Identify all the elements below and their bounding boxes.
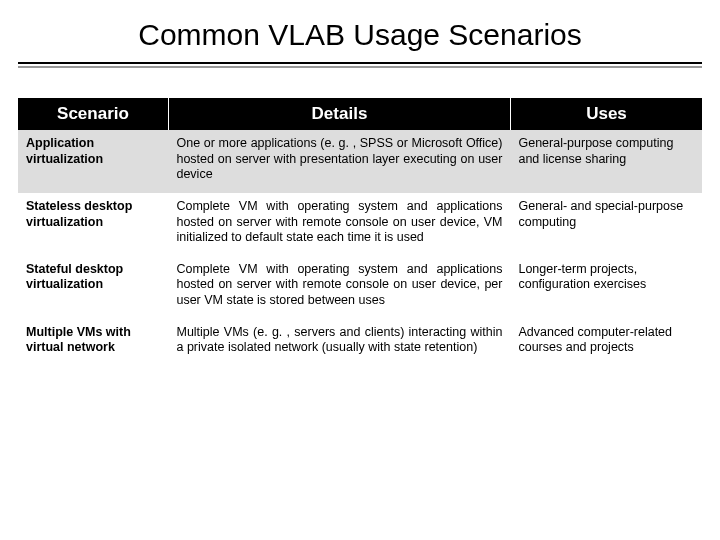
scenarios-table: Scenario Details Uses Application virtua…	[18, 98, 702, 366]
slide-title: Common VLAB Usage Scenarios	[0, 0, 720, 62]
table-row: Stateful desktop virtualization Complete…	[18, 256, 702, 319]
title-divider	[18, 62, 702, 68]
cell-details: Complete VM with operating system and ap…	[168, 256, 510, 319]
cell-details: Multiple VMs (e. g. , servers and client…	[168, 319, 510, 366]
cell-details: Complete VM with operating system and ap…	[168, 193, 510, 256]
cell-scenario: Stateless desktop virtualization	[18, 193, 168, 256]
cell-scenario: Multiple VMs with virtual network	[18, 319, 168, 366]
cell-uses: Advanced computer-related courses and pr…	[510, 319, 702, 366]
cell-scenario: Application virtualization	[18, 130, 168, 193]
header-uses: Uses	[510, 98, 702, 130]
header-scenario: Scenario	[18, 98, 168, 130]
cell-uses: Longer-term projects, configuration exer…	[510, 256, 702, 319]
table-row: Application virtualization One or more a…	[18, 130, 702, 193]
cell-details: One or more applications (e. g. , SPSS o…	[168, 130, 510, 193]
cell-uses: General- and special-purpose computing	[510, 193, 702, 256]
scenarios-table-wrap: Scenario Details Uses Application virtua…	[18, 98, 702, 366]
table-row: Multiple VMs with virtual network Multip…	[18, 319, 702, 366]
header-details: Details	[168, 98, 510, 130]
cell-scenario: Stateful desktop virtualization	[18, 256, 168, 319]
table-header-row: Scenario Details Uses	[18, 98, 702, 130]
cell-uses: General-purpose computing and license sh…	[510, 130, 702, 193]
table-row: Stateless desktop virtualization Complet…	[18, 193, 702, 256]
